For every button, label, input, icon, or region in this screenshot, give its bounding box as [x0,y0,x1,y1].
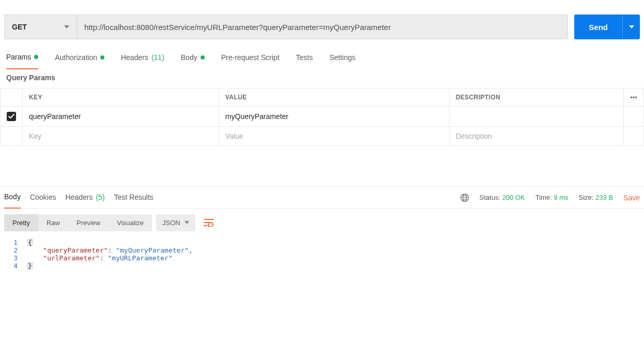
tab-settings[interactable]: Settings [329,48,356,69]
view-raw[interactable]: Raw [38,214,68,231]
globe-icon[interactable] [460,193,469,202]
language-label: JSON [162,219,180,227]
tab-label: Cookies [30,193,56,201]
col-description: DESCRIPTION [449,89,624,107]
status-dot-icon [100,55,104,60]
table-row: queryParameter myQueryParameter [1,107,644,127]
tab-pre-request-script[interactable]: Pre-request Script [221,48,280,69]
line-number: 4 [0,262,27,270]
resp-tab-test-results[interactable]: Test Results [114,187,154,208]
query-params-title: Query Params [0,69,644,88]
resp-tab-cookies[interactable]: Cookies [30,187,56,208]
param-value[interactable]: myQueryParameter [219,107,449,127]
resp-tab-headers[interactable]: Headers (5) [66,187,105,208]
response-meta: Status: 200 OK Time: 9 ms Size: 233 B Sa… [460,193,642,202]
size: Size: 233 B [579,194,614,201]
size-label: Size: [579,194,594,201]
json-key: "urlParameter" [43,254,100,262]
json-key: "queryParameter" [43,246,108,254]
status-label: Status: [480,194,500,201]
tab-label: Headers [66,193,93,201]
view-preview[interactable]: Preview [68,214,109,231]
tab-label: Test Results [114,193,154,201]
status-dot-icon [201,55,205,60]
row-options [624,127,644,146]
code-brace: } [27,262,33,270]
view-visualize[interactable]: Visualize [109,214,152,231]
param-description[interactable] [449,107,624,127]
url-input[interactable] [77,15,568,39]
param-value-placeholder[interactable]: Value [219,127,449,146]
response-section: Body Cookies Headers (5) Test Results [0,186,644,270]
json-value: "myURLParameter" [108,254,173,262]
wrap-icon [204,218,214,227]
tab-tests[interactable]: Tests [296,48,313,69]
wrap-lines-button[interactable] [200,214,218,231]
tab-label: Params [6,53,31,61]
request-bar: GET Send [0,0,644,48]
language-select[interactable]: JSON [156,214,195,231]
tab-label: Body [4,193,21,201]
view-mode-group: Pretty Raw Preview Visualize [4,214,152,231]
view-pretty[interactable]: Pretty [4,214,38,231]
checkmark-icon [7,112,16,121]
json-value: "myQueryParameter" [116,246,189,254]
send-button-group: Send [574,14,640,39]
chevron-down-icon [185,221,189,224]
line-number: 1 [0,239,27,246]
tab-label: Headers [121,53,148,62]
tab-headers[interactable]: Headers (11) [121,48,164,69]
time: Time: 9 ms [535,194,569,201]
size-value: 233 B [595,194,613,201]
row-options [624,107,644,127]
chevron-down-icon [629,25,634,28]
tab-body[interactable]: Body [181,48,205,69]
status-value: 200 OK [502,194,525,201]
query-params-table: KEY VALUE DESCRIPTION ••• queryParameter… [0,88,644,146]
send-menu-button[interactable] [622,14,640,39]
row-checkbox-empty [1,127,23,146]
response-body-viewer[interactable]: 1 { 2 "queryParameter": "myQueryParamete… [0,237,644,270]
resp-tab-body[interactable]: Body [4,187,21,209]
request-tabs: Params Authorization Headers (11) Body P… [0,48,644,69]
param-key-placeholder[interactable]: Key [23,127,219,146]
response-tabs: Body Cookies Headers (5) Test Results [2,187,154,208]
tab-params[interactable]: Params [6,48,38,69]
tab-count: (11) [151,53,164,62]
method-url-group: GET [4,14,568,39]
col-value: VALUE [219,89,449,107]
status: Status: 200 OK [480,194,525,201]
status-dot-icon [34,55,38,59]
tab-count: (5) [96,193,104,201]
tab-label: Authorization [55,53,97,62]
time-value: 9 ms [554,194,568,201]
tab-label: Settings [329,53,356,62]
response-header-bar: Body Cookies Headers (5) Test Results [0,187,644,209]
table-row-new: Key Value Description [1,127,644,146]
line-number: 3 [0,254,27,262]
col-key: KEY [23,89,219,107]
param-description-placeholder[interactable]: Description [449,127,624,146]
tab-label: Pre-request Script [221,53,280,62]
time-label: Time: [535,194,552,201]
tab-label: Tests [296,53,313,62]
tab-authorization[interactable]: Authorization [55,48,104,69]
send-button[interactable]: Send [574,14,622,39]
tab-label: Body [181,53,197,62]
line-number: 2 [0,246,27,254]
save-response-button[interactable]: Save [623,194,640,202]
chevron-down-icon [64,25,69,28]
method-select[interactable]: GET [5,15,77,39]
method-label: GET [12,23,27,31]
col-options[interactable]: ••• [624,89,644,107]
row-checkbox[interactable] [1,107,23,127]
col-checkbox [1,89,23,107]
body-view-toolbar: Pretty Raw Preview Visualize JSON [0,209,644,237]
code-brace: { [27,239,33,246]
param-key[interactable]: queryParameter [23,107,219,127]
